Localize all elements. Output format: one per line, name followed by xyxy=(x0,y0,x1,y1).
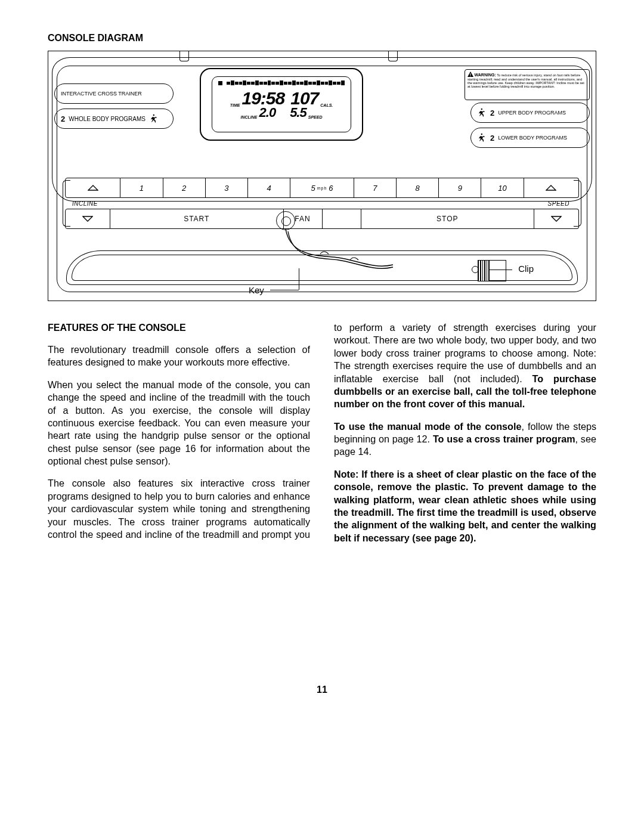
left-programs-panel: INTERACTIVE CROSS TRAINER 2 WHOLE BODY P… xyxy=(54,83,174,129)
upper-body-programs-button[interactable]: 2 UPPER BODY PROGRAMS xyxy=(470,103,590,123)
body-text: FEATURES OF THE CONSOLE The revolutionar… xyxy=(48,321,596,547)
callout-line xyxy=(490,270,512,270)
label-text: WHOLE BODY PROGRAMS xyxy=(69,116,145,122)
text-bold: To use a cross trainer program xyxy=(433,433,575,444)
program-count: 2 xyxy=(61,114,65,123)
program-count: 2 xyxy=(490,134,494,143)
warning-icon: ! xyxy=(467,72,473,78)
progress-bar xyxy=(218,80,345,86)
callout-clip: Clip xyxy=(518,264,534,274)
speed-down-button[interactable] xyxy=(534,209,579,229)
warning-title: WARNING: xyxy=(475,73,496,77)
label-text: UPPER BODY PROGRAMS xyxy=(498,110,566,116)
right-programs-panel: 2 UPPER BODY PROGRAMS 2 LOWER BODY PROGR… xyxy=(470,103,590,148)
callout-key: Key xyxy=(249,285,264,295)
diagram-title: CONSOLE DIAGRAM xyxy=(48,33,596,44)
page-number: 11 xyxy=(48,685,596,695)
speed-2-button[interactable]: 2 xyxy=(163,178,206,198)
program-count: 2 xyxy=(490,109,494,117)
key-slot-cell xyxy=(323,209,361,229)
speed-label: SPEED xyxy=(308,115,323,119)
n5: 5 xyxy=(311,184,315,193)
speed-5-6-button[interactable]: 5mph6 xyxy=(290,178,354,198)
speed-1-button[interactable]: 1 xyxy=(120,178,163,198)
svg-text:!: ! xyxy=(470,73,471,77)
mph-label: mph xyxy=(317,186,327,190)
whole-body-programs-button[interactable]: 2 WHOLE BODY PROGRAMS xyxy=(54,109,174,129)
lcd-inner: TIME19:58 107CALS. INCLINE2.0 5.5SPEED xyxy=(212,76,351,132)
warning-label: ! WARNING: To reduce risk of serious inj… xyxy=(465,69,590,100)
safety-cord xyxy=(284,228,398,275)
incline-group-label: INCLINE xyxy=(72,200,98,207)
label-text: INTERACTIVE CROSS TRAINER xyxy=(61,91,142,97)
label-text: LOWER BODY PROGRAMS xyxy=(498,135,567,141)
start-button[interactable]: START xyxy=(110,209,284,229)
paragraph: The revolutionary treadmill console offe… xyxy=(48,343,310,369)
incline-label: INCLINE xyxy=(241,115,258,119)
control-row: START FAN STOP xyxy=(65,209,579,229)
triangle-up-icon xyxy=(88,185,98,191)
n6: 6 xyxy=(329,184,333,193)
text-bold: To use the manual mode of the console xyxy=(334,421,521,432)
incline-up-button[interactable] xyxy=(65,178,120,198)
runner-icon xyxy=(477,108,487,117)
speed-up-button[interactable] xyxy=(524,178,579,198)
speed-group-label: SPEED xyxy=(548,200,569,207)
speed-value: 5.5 xyxy=(290,106,306,119)
speed-7-button[interactable]: 7 xyxy=(354,178,397,198)
triangle-down-icon xyxy=(82,216,93,222)
speed-10-button[interactable]: 10 xyxy=(481,178,524,198)
interactive-cross-trainer-label: INTERACTIVE CROSS TRAINER xyxy=(54,83,174,104)
runner-icon xyxy=(477,133,487,143)
paragraph: When you select the manual mode of the c… xyxy=(48,379,310,468)
console-diagram: INTERACTIVE CROSS TRAINER 2 WHOLE BODY P… xyxy=(48,51,596,301)
speed-keypad: 1 2 3 4 5mph6 7 8 9 10 xyxy=(65,178,579,198)
lcd-display: TIME19:58 107CALS. INCLINE2.0 5.5SPEED xyxy=(200,68,363,141)
callout-line xyxy=(270,290,299,290)
safety-clip[interactable] xyxy=(478,260,506,281)
triangle-down-icon xyxy=(551,216,562,222)
paragraph-bold: Note: If there is a sheet of clear plast… xyxy=(334,468,596,544)
speed-9-button[interactable]: 9 xyxy=(439,178,481,198)
speed-3-button[interactable]: 3 xyxy=(206,178,248,198)
runner-icon xyxy=(149,114,159,123)
speed-8-button[interactable]: 8 xyxy=(397,178,439,198)
features-title: FEATURES OF THE CONSOLE xyxy=(48,321,310,334)
incline-down-button[interactable] xyxy=(65,209,110,229)
lower-body-programs-button[interactable]: 2 LOWER BODY PROGRAMS xyxy=(470,128,590,148)
stop-button[interactable]: STOP xyxy=(361,209,535,229)
paragraph: To use the manual mode of the console, f… xyxy=(334,420,596,459)
speed-4-button[interactable]: 4 xyxy=(248,178,290,198)
incline-value: 2.0 xyxy=(259,106,276,119)
triangle-up-icon xyxy=(546,185,556,191)
